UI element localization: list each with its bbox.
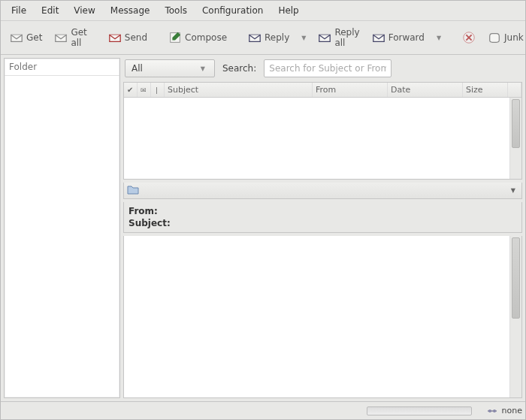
svg-point-7 <box>493 409 496 412</box>
delete-icon <box>462 31 476 44</box>
svg-point-6 <box>488 409 491 412</box>
chevron-down-icon: ▼ <box>434 35 444 41</box>
junk-icon <box>488 31 501 44</box>
menu-configuration[interactable]: Configuration <box>195 2 271 19</box>
connection-status-text: none <box>502 406 522 415</box>
get-button[interactable]: Get <box>5 28 47 47</box>
network-icon <box>487 407 497 415</box>
col-attach[interactable]: ❘ <box>151 83 165 97</box>
compose-button[interactable]: Compose <box>164 28 231 47</box>
col-from[interactable]: From <box>313 83 388 97</box>
col-size[interactable]: Size <box>463 83 508 97</box>
message-list[interactable]: ✔ ✉ ❘ Subject From Date Size <box>123 82 522 180</box>
menu-edit[interactable]: Edit <box>34 2 66 19</box>
get-all-button[interactable]: Get all <box>50 24 91 51</box>
toolbar: Get Get all Send Compose Reply ▼ Reply a… <box>1 21 525 55</box>
reply-all-icon <box>318 31 331 44</box>
chevron-down-icon: ▼ <box>298 35 309 41</box>
progress-bar <box>367 406 472 415</box>
preview-subject-label: Subject: <box>128 217 517 229</box>
reply-icon <box>248 31 261 44</box>
chevron-down-icon[interactable]: ▼ <box>508 187 518 194</box>
forward-dropdown[interactable]: ▼ <box>432 32 446 44</box>
folder-icon <box>127 183 139 198</box>
menubar: File Edit View Message Tools Configurati… <box>1 1 525 21</box>
get-all-label: Get all <box>71 27 86 48</box>
reply-all-button[interactable]: Reply all <box>313 24 364 51</box>
forward-icon <box>372 31 385 44</box>
get-label: Get <box>26 32 42 43</box>
menu-message[interactable]: Message <box>103 2 158 19</box>
envelope-in-icon <box>10 31 23 44</box>
reply-dropdown[interactable]: ▼ <box>297 32 310 44</box>
preview-from-label: From: <box>128 205 517 217</box>
search-bar: All ▼ Search: <box>123 58 522 79</box>
col-date[interactable]: Date <box>388 83 463 97</box>
col-flag[interactable]: ✉ <box>138 83 151 97</box>
reply-label: Reply <box>265 32 289 43</box>
forward-button[interactable]: Forward <box>367 28 429 47</box>
junk-label: Junk <box>504 32 524 43</box>
menu-file[interactable]: File <box>4 2 34 19</box>
preview-pane[interactable] <box>123 236 522 398</box>
message-list-scrollbar[interactable] <box>509 98 521 179</box>
filter-select[interactable]: All ▼ <box>125 59 215 77</box>
status-bar: none <box>1 401 525 419</box>
filter-selected-value: All <box>132 63 143 74</box>
preview-header: From: Subject: <box>123 202 522 233</box>
message-list-header: ✔ ✉ ❘ Subject From Date Size <box>124 83 521 98</box>
reply-all-label: Reply all <box>334 27 359 48</box>
send-button[interactable]: Send <box>104 28 152 47</box>
chevron-down-icon: ▼ <box>198 65 208 72</box>
search-input[interactable] <box>264 59 391 77</box>
forward-label: Forward <box>388 32 425 43</box>
menu-view[interactable]: View <box>66 2 102 19</box>
compose-icon <box>168 31 182 44</box>
folder-pane[interactable]: Folder <box>4 58 120 398</box>
junk-button[interactable]: Junk <box>483 28 526 47</box>
preview-scrollbar[interactable] <box>509 236 521 397</box>
reply-button[interactable]: Reply <box>243 28 294 47</box>
col-check[interactable]: ✔ <box>124 83 138 97</box>
delete-button[interactable] <box>458 28 480 47</box>
send-label: Send <box>125 32 147 43</box>
folder-pane-title: Folder <box>5 59 119 76</box>
compose-label: Compose <box>185 32 227 43</box>
search-label: Search: <box>222 63 256 74</box>
envelope-stack-icon <box>54 31 68 44</box>
col-subject[interactable]: Subject <box>165 83 313 97</box>
scrollbar-thumb[interactable] <box>512 237 520 319</box>
folder-mini-bar[interactable]: ▼ <box>123 183 522 199</box>
envelope-out-icon <box>108 31 122 44</box>
menu-tools[interactable]: Tools <box>157 2 195 19</box>
menu-help[interactable]: Help <box>271 2 306 19</box>
scrollbar-thumb[interactable] <box>512 99 520 148</box>
connection-status[interactable]: none <box>487 406 522 415</box>
col-scroll-corner <box>508 83 521 97</box>
